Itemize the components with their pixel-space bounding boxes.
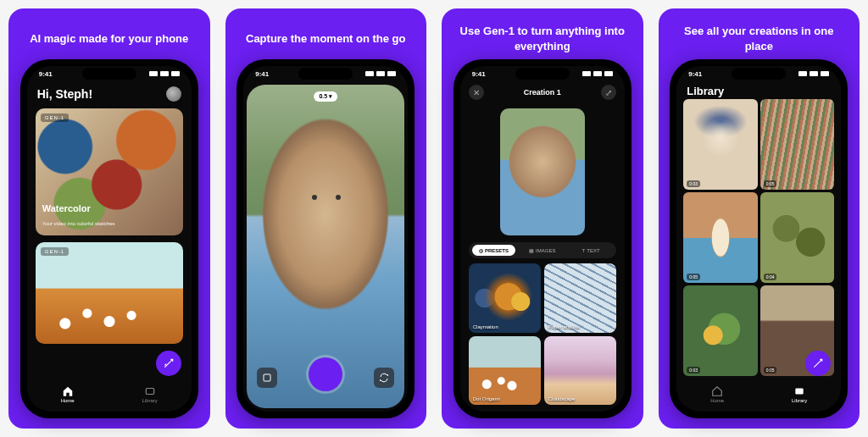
flip-icon xyxy=(379,373,389,383)
gallery-icon xyxy=(262,373,272,383)
text-icon: T xyxy=(582,248,586,253)
tab-images[interactable]: ▦IMAGES xyxy=(520,245,564,256)
library-item-3[interactable]: 0:05 xyxy=(683,192,758,283)
status-bar: 9:41 xyxy=(27,66,192,81)
library-item-2[interactable]: 0:05 xyxy=(760,99,835,190)
gen1-badge: GEN-1 xyxy=(41,113,69,122)
library-icon xyxy=(144,385,156,397)
tab-library[interactable]: Library xyxy=(792,385,807,403)
home-header: Hi, Steph! xyxy=(27,81,192,105)
expand-button[interactable]: ⤢ xyxy=(601,85,616,100)
gallery-thumb-button[interactable] xyxy=(257,368,277,388)
shutter-button[interactable] xyxy=(309,357,342,391)
library-item-4[interactable]: 0:04 xyxy=(760,192,835,283)
screen-3: 9:41 ✕ Creation 1 ⤢ ◎PRESETS ▦IMAGES TTE… xyxy=(460,66,625,412)
svg-rect-2 xyxy=(795,388,803,394)
phone-frame-1: 9:41 Hi, Steph! GEN-1 Watercolor Your vi… xyxy=(20,59,198,418)
screen-4: 9:41 Library 0:03 0:05 0:05 0:04 0:03 0:… xyxy=(676,66,841,412)
phone-frame-3: 9:41 ✕ Creation 1 ⤢ ◎PRESETS ▦IMAGES TTE… xyxy=(453,59,632,418)
library-item-5[interactable]: 0:03 xyxy=(683,285,758,376)
svg-rect-1 xyxy=(264,374,270,381)
screen-1: 9:41 Hi, Steph! GEN-1 Watercolor Your vi… xyxy=(27,66,192,412)
video-preview[interactable] xyxy=(500,108,585,235)
home-icon xyxy=(711,385,723,397)
create-fab-button[interactable] xyxy=(156,351,181,376)
home-icon xyxy=(62,385,74,397)
tab-bar: Home Library xyxy=(27,379,192,412)
tab-library[interactable]: Library xyxy=(142,385,157,403)
flip-camera-button[interactable] xyxy=(374,368,394,388)
library-item-1[interactable]: 0:03 xyxy=(683,99,758,190)
library-grid: 0:03 0:05 0:05 0:04 0:03 0:05 xyxy=(676,99,841,379)
panel-3-caption: Use Gen-1 to turn anything into everythi… xyxy=(450,19,635,59)
status-icons xyxy=(365,71,396,76)
tab-bar: Home Library xyxy=(676,379,841,412)
status-bar: 9:41 xyxy=(243,66,408,81)
gen1-badge: GEN-1 xyxy=(41,247,69,256)
appstore-panel-3: Use Gen-1 to turn anything into everythi… xyxy=(442,8,643,429)
mode-tabs: ◎PRESETS ▦IMAGES TTEXT xyxy=(469,242,616,258)
library-title: Library xyxy=(676,81,841,99)
panel-2-caption: Capture the moment on the go xyxy=(242,19,409,59)
status-bar: 9:41 xyxy=(676,66,841,81)
status-time: 9:41 xyxy=(255,70,269,78)
chevron-down-icon: ▾ xyxy=(329,93,332,99)
appstore-panel-2: Capture the moment on the go 9:41 0.5 ▾ xyxy=(225,8,427,429)
creation-title: Creation 1 xyxy=(524,88,561,97)
appstore-panel-1: AI magic made for your phone 9:41 Hi, St… xyxy=(8,8,210,429)
tab-home[interactable]: Home xyxy=(61,385,75,403)
expand-icon: ⤢ xyxy=(605,88,612,97)
preset-cloudscape[interactable]: Cloudscape xyxy=(544,336,616,406)
preset-paper-ink[interactable]: Paper and Ink xyxy=(544,263,616,333)
svg-rect-0 xyxy=(146,388,153,394)
greeting-text: Hi, Steph! xyxy=(37,87,92,101)
preset-grid: Claymation Paper and Ink Dot Origami Clo… xyxy=(460,260,625,412)
face-graphic xyxy=(312,195,317,200)
tab-text[interactable]: TTEXT xyxy=(569,246,612,256)
status-time: 9:41 xyxy=(39,70,53,78)
panel-1-caption: AI magic made for your phone xyxy=(26,19,192,59)
panel-4-caption: See all your creations in one place xyxy=(667,19,852,59)
phone-frame-2: 9:41 0.5 ▾ xyxy=(236,59,415,418)
tab-home[interactable]: Home xyxy=(710,385,724,403)
preset-claymation[interactable]: Claymation xyxy=(469,263,541,333)
dynamic-island xyxy=(298,68,353,80)
phone-frame-4: 9:41 Library 0:03 0:05 0:05 0:04 0:03 0:… xyxy=(670,59,848,418)
wand-icon xyxy=(812,357,824,369)
timer-pill[interactable]: 0.5 ▾ xyxy=(314,91,337,102)
camera-viewfinder[interactable]: 0.5 ▾ xyxy=(247,85,404,408)
profile-avatar[interactable] xyxy=(166,86,181,102)
status-icons xyxy=(798,71,829,76)
close-icon: ✕ xyxy=(473,88,480,97)
status-icons xyxy=(149,71,180,76)
preset-card-watercolor[interactable]: GEN-1 Watercolor Your video into colorfu… xyxy=(36,108,183,235)
creation-header: ✕ Creation 1 ⤢ xyxy=(460,81,625,103)
screen-2: 9:41 0.5 ▾ xyxy=(243,66,408,412)
preset-card-2[interactable]: GEN-1 xyxy=(36,242,183,344)
card-title: Watercolor xyxy=(42,203,115,213)
library-icon xyxy=(793,385,805,397)
wand-icon xyxy=(163,357,175,369)
card-subtitle: Your video into colorful sketches xyxy=(42,221,115,226)
status-time: 9:41 xyxy=(688,70,702,78)
close-button[interactable]: ✕ xyxy=(469,85,484,100)
dynamic-island xyxy=(515,68,570,80)
preset-origami[interactable]: Dot Origami xyxy=(469,336,541,406)
status-icons xyxy=(582,71,613,76)
status-time: 9:41 xyxy=(472,70,486,78)
images-icon: ▦ xyxy=(529,247,534,253)
status-bar: 9:41 xyxy=(460,66,625,81)
presets-icon: ◎ xyxy=(479,247,483,253)
tab-presets[interactable]: ◎PRESETS xyxy=(472,245,515,256)
appstore-panel-4: See all your creations in one place 9:41… xyxy=(659,8,860,429)
dynamic-island xyxy=(732,68,786,80)
dynamic-island xyxy=(82,68,136,80)
